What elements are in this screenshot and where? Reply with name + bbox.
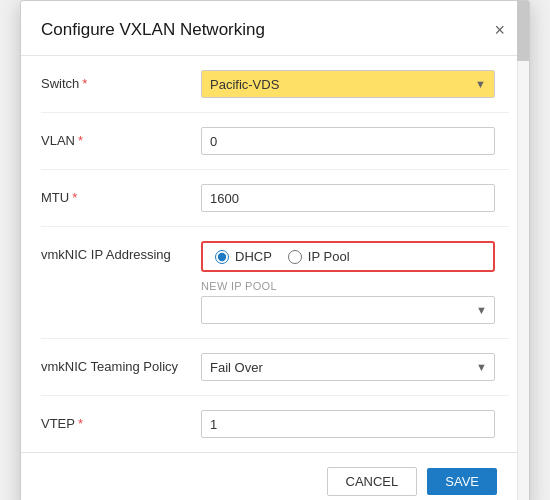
vtep-label: VTEP* (41, 410, 201, 431)
mtu-required: * (72, 190, 77, 205)
ip-pool-select-wrap: ▼ (201, 296, 495, 324)
ip-addressing-label: vmkNIC IP Addressing (41, 241, 201, 262)
scrollbar-thumb[interactable] (517, 1, 529, 61)
vlan-control (201, 127, 495, 155)
ip-pool-label: IP Pool (308, 249, 350, 264)
switch-control: Pacific-VDS Pacific-VDS ▼ (201, 70, 495, 98)
vtep-control (201, 410, 495, 438)
vlan-required: * (78, 133, 83, 148)
ip-pool-select[interactable] (201, 296, 495, 324)
ip-pool-radio[interactable] (288, 250, 302, 264)
teaming-control: Fail Over ▼ (201, 353, 495, 381)
dhcp-radio[interactable] (215, 250, 229, 264)
configure-vxlan-dialog: Configure VXLAN Networking × Switch* Pac… (20, 0, 530, 500)
dialog-footer: CANCEL SAVE (21, 452, 517, 500)
dialog-title: Configure VXLAN Networking (41, 20, 265, 40)
ip-pool-option[interactable]: IP Pool (288, 249, 350, 264)
dhcp-option[interactable]: DHCP (215, 249, 272, 264)
cancel-button[interactable]: CANCEL (327, 467, 418, 496)
vlan-label: VLAN* (41, 127, 201, 148)
vtep-row: VTEP* (41, 396, 509, 452)
radio-group-wrap: DHCP IP Pool (201, 241, 495, 272)
teaming-select-wrap: Fail Over ▼ (201, 353, 495, 381)
vtep-required: * (78, 416, 83, 431)
mtu-row: MTU* (41, 170, 509, 226)
switch-required: * (82, 76, 87, 91)
ip-addressing-row: vmkNIC IP Addressing DHCP IP Pool NEW IP… (41, 227, 509, 338)
teaming-select[interactable]: Fail Over (201, 353, 495, 381)
dhcp-label: DHCP (235, 249, 272, 264)
mtu-input[interactable] (201, 184, 495, 212)
save-button[interactable]: SAVE (427, 468, 497, 495)
vlan-row: VLAN* (41, 113, 509, 169)
vlan-input[interactable] (201, 127, 495, 155)
switch-row: Switch* Pacific-VDS Pacific-VDS ▼ (41, 56, 509, 112)
switch-label: Switch* (41, 70, 201, 91)
dialog-body: Switch* Pacific-VDS Pacific-VDS ▼ VLAN* (21, 56, 529, 452)
new-ip-pool-label: NEW IP POOL (201, 280, 495, 292)
dialog-header: Configure VXLAN Networking × (21, 1, 529, 56)
vtep-input[interactable] (201, 410, 495, 438)
ip-addressing-control: DHCP IP Pool NEW IP POOL ▼ (201, 241, 495, 324)
mtu-label: MTU* (41, 184, 201, 205)
teaming-label: vmkNIC Teaming Policy (41, 353, 201, 374)
mtu-control (201, 184, 495, 212)
close-button[interactable]: × (490, 19, 509, 41)
scrollbar-track[interactable] (517, 1, 529, 500)
teaming-row: vmkNIC Teaming Policy Fail Over ▼ (41, 339, 509, 395)
switch-select-wrap: Pacific-VDS Pacific-VDS ▼ (201, 70, 495, 98)
